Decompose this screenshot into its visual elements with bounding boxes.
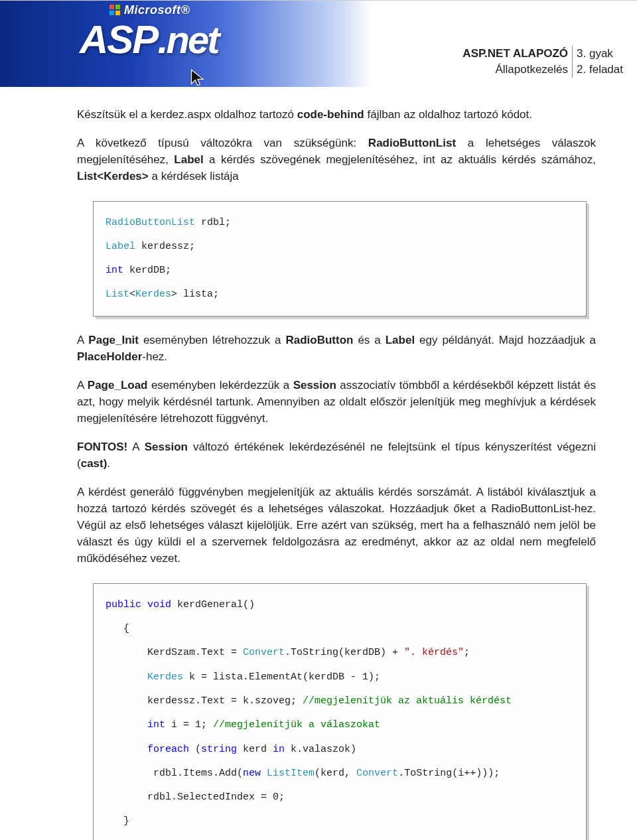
paragraph-5: FONTOS! A Session változó értékének leké… [77, 439, 596, 472]
paragraph-6: A kérdést generáló függvényben megjelení… [77, 484, 596, 567]
paragraph-1: Készítsük el a kerdez.aspx oldalhoz tart… [77, 107, 596, 123]
paragraph-4: A Page_Load eseményben lekérdezzük a Ses… [77, 378, 596, 427]
course-title: ASP.NET ALAPOZÓ [459, 46, 572, 62]
header-meta: ASP.NET ALAPOZÓ 3. gyak Állapotkezelés 2… [459, 46, 627, 78]
task-number: 2. feladat [573, 62, 627, 78]
asp-text: ASP [80, 17, 157, 62]
page-header: Microsoft® ASP.net ASP.NET ALAPOZÓ 3. gy… [0, 0, 637, 87]
microsoft-logo-text: Microsoft® [109, 3, 190, 17]
code-block-1: RadioButtonList rdbl; Label kerdessz; in… [93, 201, 587, 316]
document-body: Készítsük el a kerdez.aspx oldalhoz tart… [0, 87, 637, 840]
paragraph-3: A Page_Init eseményben létrehozzuk a Rad… [77, 332, 596, 366]
course-subtitle: Állapotkezelés [459, 62, 572, 78]
paragraph-2: A következő típusú változókra van szüksé… [77, 135, 596, 185]
lesson-number: 3. gyak [573, 46, 627, 62]
code-block-2: public void kerdGeneral() { KerdSzam.Tex… [93, 583, 587, 840]
dotnet-text: .net [157, 18, 218, 61]
aspnet-logo: ASP.net [80, 17, 218, 62]
cursor-icon [189, 68, 208, 87]
logo-area: Microsoft® ASP.net [80, 3, 299, 83]
